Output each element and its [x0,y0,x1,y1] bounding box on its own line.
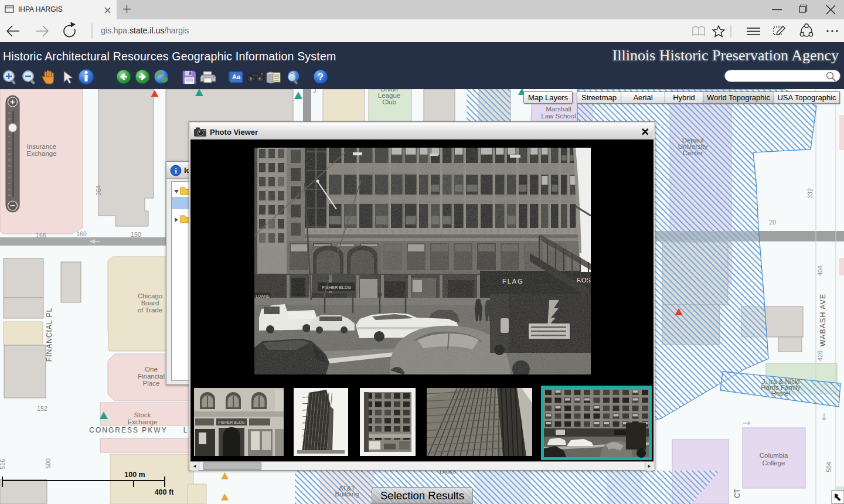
svg-text:Place: Place [143,380,160,387]
svg-text:Chicago: Chicago [138,292,162,299]
svg-text:150: 150 [131,231,141,238]
svg-text:516: 516 [0,459,6,469]
svg-text:Building: Building [335,491,359,498]
svg-text:CT: CT [733,488,741,498]
svg-text:152: 152 [37,405,47,412]
svg-text:One: One [145,366,158,373]
svg-text:of Trade: of Trade [138,307,162,314]
svg-text:Center: Center [683,149,703,156]
svg-text:364: 364 [95,185,102,196]
svg-text:100 m: 100 m [124,471,145,479]
svg-text:WABASH AVE: WABASH AVE [819,294,827,347]
svg-text:20: 20 [769,219,776,226]
svg-text:Marshall: Marshall [546,105,571,113]
svg-text:160: 160 [76,230,87,237]
svg-text:Hostel: Hostel [771,390,791,397]
svg-text:426: 426 [816,350,823,361]
svg-text:Aa: Aa [232,73,241,80]
svg-text:500: 500 [45,458,52,469]
svg-text:FISHER BLDG: FISHER BLDG [218,420,244,424]
svg-text:Insurance: Insurance [27,143,57,150]
svg-text:i: i [175,166,177,175]
svg-text:FINANCIAL PL: FINANCIAL PL [45,308,53,362]
svg-text:Columbia: Columbia [760,452,788,459]
svg-text:166: 166 [36,231,46,239]
svg-text:L: L [183,426,188,434]
svg-text:400 ft: 400 ft [155,488,174,496]
svg-text:Exchange: Exchange [26,150,56,157]
svg-text:Stock: Stock [134,411,151,418]
svg-text:332: 332 [806,188,814,199]
svg-text:3: 3 [313,89,316,94]
svg-text:College: College [763,459,785,466]
svg-text:Club: Club [382,98,396,105]
svg-text:Financial: Financial [138,373,165,380]
svg-text:Exchange: Exchange [127,418,157,425]
svg-text:Law School: Law School [541,113,576,120]
svg-text:CONGRESS PKWY: CONGRESS PKWY [89,426,167,434]
svg-text:404: 404 [816,265,823,276]
svg-text:Board: Board [141,299,159,307]
svg-text:504: 504 [825,462,832,472]
svg-text:?: ? [318,71,324,83]
